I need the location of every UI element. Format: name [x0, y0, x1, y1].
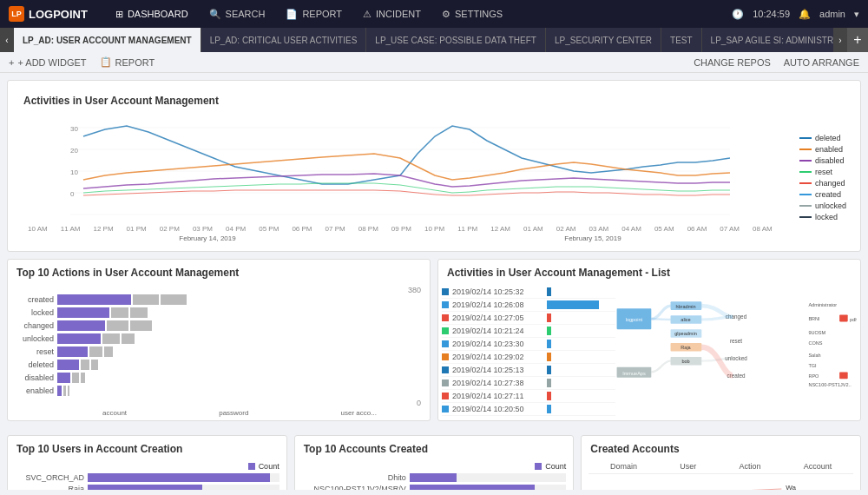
nav-dashboard[interactable]: ⊞ DASHBOARD	[105, 0, 199, 28]
actions-bar-chart-title: Top 10 Actions in User Account Managemen…	[8, 260, 430, 282]
logo-icon: LP	[9, 6, 24, 22]
users-legend-label: Count	[259, 462, 279, 471]
nav-search[interactable]: 🔍 SEARCH	[199, 0, 276, 28]
list-item: 2019/02/14 10:27:11	[442, 390, 615, 403]
svg-text:NSC100-PST1JV2..: NSC100-PST1JV2..	[808, 382, 852, 387]
date1-label: February 14, 2019	[179, 234, 235, 242]
svg-text:ImmueAps: ImmueAps	[630, 488, 663, 490]
sankey-svg: logpoint ImmueAps hbradmin alice glpeadm…	[615, 286, 857, 407]
settings-icon: ⚙	[442, 9, 450, 20]
svg-text:TGI: TGI	[808, 363, 817, 368]
svg-text:30: 30	[70, 125, 78, 133]
nav-items: ⊞ DASHBOARD 🔍 SEARCH 📄 REPORT ⚠ INCIDENT…	[105, 0, 732, 28]
svg-text:pdh: pdh	[850, 317, 857, 322]
report-icon: 📄	[286, 9, 298, 20]
svg-text:Wa: Wa	[786, 484, 797, 490]
svg-text:hbradmin: hbradmin	[675, 304, 695, 309]
logo: LP LOGPOINT	[9, 6, 88, 22]
list-item: 2019/02/14 10:27:38	[442, 377, 615, 390]
svg-rect-36	[839, 372, 848, 379]
list-item: 2019/02/14 10:27:05	[442, 312, 615, 325]
report-action-icon: 📋	[100, 56, 112, 68]
report-button[interactable]: 📋 REPORT	[100, 56, 155, 68]
dashboard-icon: ⊞	[115, 9, 123, 20]
tab-3[interactable]: LP_SECURITY CENTER	[546, 28, 661, 52]
list-item: 2019/02/14 10:21:24	[442, 325, 615, 338]
main-content: Activities in User Account Management 30…	[0, 73, 868, 490]
bar-chart-row: deleted	[15, 360, 423, 370]
accounts-legend-label: Count	[545, 462, 566, 471]
h-bar-row: Raja	[15, 485, 279, 490]
svg-text:CONS: CONS	[808, 340, 822, 346]
svg-rect-29	[839, 314, 848, 321]
tab-2[interactable]: LP_USE CASE: POSSIBLE DATA THEFT	[366, 28, 546, 52]
clock-icon: 🕐	[732, 9, 744, 20]
list-item: 2019/02/14 10:25:13	[442, 364, 615, 377]
bar-chart-min: 0	[417, 399, 421, 407]
auto-arrange-button[interactable]: AUTO ARRANGE	[784, 57, 859, 68]
top-users-widget: Top 10 Users in Account Creation Count S…	[7, 435, 287, 490]
top-users-title: Top 10 Users in Account Creation	[8, 436, 286, 459]
svg-text:BRNl: BRNl	[808, 316, 819, 321]
svg-text:Salah: Salah	[808, 353, 820, 358]
tab-prev-button[interactable]: ‹	[0, 28, 14, 52]
tab-bar: ‹ LP_AD: USER ACCOUNT MANAGEMENT LP_AD: …	[0, 28, 868, 52]
svg-text:9UOSM: 9UOSM	[808, 330, 825, 335]
list-item: 2019/02/14 10:26:08	[442, 299, 615, 312]
tab-next-button[interactable]: ›	[833, 28, 847, 52]
bar-chart-max: 380	[408, 286, 421, 294]
top-chart-widget: Activities in User Account Management 30…	[7, 80, 861, 252]
list-item: 2019/02/14 10:25:32	[442, 286, 615, 299]
nav-report[interactable]: 📄 REPORT	[275, 0, 352, 28]
line-chart-svg: 30 20 10 0	[15, 110, 786, 223]
bell-icon: 🔔	[799, 9, 811, 20]
tabs-container: LP_AD: USER ACCOUNT MANAGEMENT LP_AD: CR…	[14, 28, 833, 52]
svg-text:logpoint: logpoint	[626, 317, 643, 322]
logo-text: LOGPOINT	[29, 8, 88, 21]
svg-line-45	[661, 489, 782, 490]
created-accounts-widget: Created Accounts Domain User Action Acco…	[581, 435, 861, 490]
action-bar: + + ADD WIDGET 📋 REPORT CHANGE REPOS AUT…	[0, 52, 868, 73]
tab-0[interactable]: LP_AD: USER ACCOUNT MANAGEMENT	[14, 28, 201, 52]
user-display: admin	[819, 9, 845, 19]
add-widget-button[interactable]: + + ADD WIDGET	[9, 56, 87, 68]
search-icon: 🔍	[209, 9, 221, 20]
top-nav: LP LOGPOINT ⊞ DASHBOARD 🔍 SEARCH 📄 REPOR…	[0, 0, 868, 28]
top-accounts-widget: Top 10 Accounts Created Count DhitoNSC10…	[294, 435, 575, 490]
list-item: 2019/02/14 10:23:30	[442, 338, 615, 351]
svg-text:20: 20	[70, 147, 78, 155]
time-display: 10:24:59	[753, 9, 790, 19]
h-bar-row: Dhito	[302, 473, 567, 482]
action-right: CHANGE REPOS AUTO ARRANGE	[694, 57, 859, 68]
h-bar-row: NSC100-PST1JV2/MSR/V	[302, 485, 567, 490]
tab-5[interactable]: LP_SAP AGILE SI: ADMINISTRATION/MASTER C…	[702, 28, 833, 52]
created-accounts-title: Created Accounts	[582, 436, 860, 459]
list-item: 2019/02/14 10:20:50	[442, 403, 615, 416]
svg-text:reset: reset	[730, 338, 742, 344]
svg-text:spp: spp	[682, 489, 692, 490]
svg-text:10: 10	[70, 168, 78, 176]
nav-right: 🕐 10:24:59 🔔 admin ▾	[732, 9, 859, 20]
chevron-down-icon: ▾	[854, 9, 859, 20]
bar-chart-row: reset	[15, 346, 423, 357]
tab-4[interactable]: TEST	[661, 28, 702, 52]
svg-text:alice: alice	[681, 317, 690, 322]
tab-1[interactable]: LP_AD: CRITICAL USER ACTIVITIES	[201, 28, 367, 52]
top-accounts-title: Top 10 Accounts Created	[295, 436, 574, 459]
activities-list-widget: Activities in User Account Management - …	[437, 259, 861, 421]
plus-icon: +	[9, 57, 14, 68]
incident-icon: ⚠	[363, 9, 372, 20]
h-bar-row: SVC_ORCH_AD	[15, 473, 279, 482]
activities-list-title: Activities in User Account Management - …	[438, 260, 860, 282]
bar-chart-row: disabled	[15, 373, 423, 383]
action-left: + + ADD WIDGET 📋 REPORT	[9, 56, 155, 68]
actions-bar-chart-widget: Top 10 Actions in User Account Managemen…	[7, 259, 431, 421]
nav-incident[interactable]: ⚠ INCIDENT	[352, 0, 431, 28]
change-repos-button[interactable]: CHANGE REPOS	[694, 57, 771, 68]
svg-text:ImmueAps: ImmueAps	[622, 371, 646, 376]
nav-settings[interactable]: ⚙ SETTINGS	[431, 0, 513, 28]
middle-row: Top 10 Actions in User Account Managemen…	[7, 259, 861, 428]
tab-add-button[interactable]: +	[847, 28, 868, 52]
created-accounts-svg: ImmueAps bob alice Wa OMG Jake RPO	[589, 477, 853, 490]
bar-chart-row: locked	[15, 307, 423, 318]
